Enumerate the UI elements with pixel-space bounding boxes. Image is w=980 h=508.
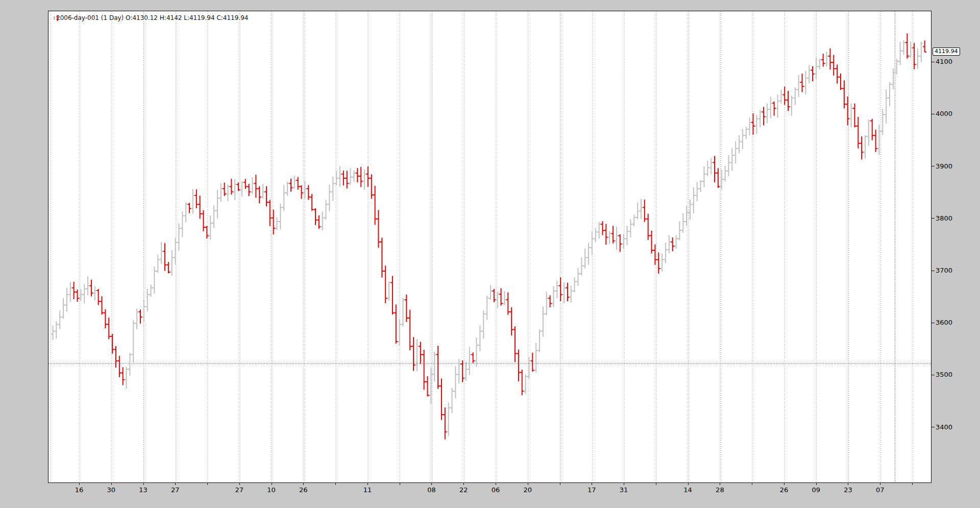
- price-axis-tick-label: 4000: [936, 110, 952, 117]
- time-axis-tick: [239, 483, 240, 485]
- time-axis-tick: [175, 483, 176, 485]
- time-axis-tick: [303, 483, 304, 485]
- time-axis-tick: [431, 483, 432, 485]
- time-axis-tick-label: 30: [101, 486, 121, 494]
- price-axis-tick-label: 3900: [936, 163, 952, 170]
- time-axis-tick: [528, 483, 528, 485]
- price-axis-tick-label: 3700: [936, 267, 952, 274]
- price-axis-tick-label: 3800: [936, 215, 952, 222]
- price-axis-tick: [932, 114, 935, 114]
- time-axis-tick: [368, 483, 368, 485]
- chart-plot-area[interactable]: 2006-day-001 (1 Day) O:4130.12 H:4142 L:…: [48, 11, 932, 483]
- chart-title-text: 2006-day-001 (1 Day) O:4130.12 H:4142 L:…: [56, 14, 248, 21]
- price-axis-tick-label: 3600: [936, 319, 952, 326]
- time-axis-tick: [816, 483, 817, 485]
- last-price-label: 4119.94: [933, 47, 960, 56]
- time-axis-tick-label: 27: [229, 486, 250, 494]
- time-axis-tick: [143, 483, 144, 485]
- price-axis-tick-label: 3400: [936, 424, 952, 431]
- time-axis-tick: [784, 483, 785, 485]
- price-axis-tick-label: 4100: [936, 58, 952, 65]
- time-axis-tick-label: 26: [293, 486, 313, 494]
- chart-title: 2006-day-001 (1 Day) O:4130.12 H:4142 L:…: [53, 14, 248, 21]
- price-axis-tick: [932, 427, 935, 427]
- price-axis-tick: [932, 323, 935, 323]
- time-axis-tick-label: 09: [806, 486, 826, 494]
- time-axis-tick-label: 16: [69, 486, 89, 494]
- price-axis-tick: [932, 271, 935, 271]
- time-axis-tick: [496, 483, 496, 485]
- time-axis-tick: [560, 483, 560, 485]
- time-axis-tick-label: 11: [357, 486, 378, 494]
- time-axis-tick-label: 28: [709, 486, 730, 494]
- time-axis-tick: [880, 483, 880, 485]
- time-axis-tick-label: 17: [581, 486, 602, 494]
- time-axis-tick-label: 31: [614, 486, 634, 494]
- time-axis-tick-label: 14: [678, 486, 698, 494]
- time-axis-tick-label: 08: [421, 486, 442, 494]
- time-axis-tick: [656, 483, 656, 485]
- time-axis-tick-label: 13: [133, 486, 154, 494]
- time-axis-tick-label: 23: [838, 486, 858, 494]
- chart-window: 2006-day-001 (1 Day) O:4130.12 H:4142 L:…: [0, 0, 980, 508]
- time-axis-tick-label: 06: [485, 486, 506, 494]
- time-axis-tick: [272, 483, 272, 485]
- time-axis-tick: [592, 483, 592, 485]
- time-axis-tick: [111, 483, 112, 485]
- price-axis-tick: [932, 166, 935, 166]
- time-axis-tick-label: 20: [518, 486, 538, 494]
- time-axis-tick-label: 22: [453, 486, 474, 494]
- price-axis-tick-label: 3500: [936, 371, 952, 378]
- time-axis-tick: [752, 483, 752, 485]
- time-axis-tick: [79, 483, 80, 485]
- time-axis-tick-label: 27: [165, 486, 185, 494]
- price-axis-tick: [932, 62, 935, 62]
- time-axis-tick: [463, 483, 464, 485]
- time-axis-tick-label: 26: [774, 486, 794, 494]
- time-axis-tick: [207, 483, 208, 485]
- gridlines-group: [51, 11, 913, 482]
- price-axis-tick: [932, 375, 935, 375]
- time-axis-tick: [688, 483, 689, 485]
- time-axis-tick: [848, 483, 848, 485]
- time-axis-tick: [400, 483, 400, 485]
- ohlc-chart-canvas: [48, 11, 931, 482]
- time-axis-tick-label: 07: [870, 486, 890, 494]
- time-axis-tick: [912, 483, 913, 485]
- time-axis-tick: [624, 483, 624, 485]
- time-axis-tick: [720, 483, 720, 485]
- time-axis-tick: [335, 483, 336, 485]
- ohlc-bars-group: [51, 33, 926, 439]
- price-axis-tick: [932, 218, 935, 219]
- time-axis-tick-label: 10: [261, 486, 282, 494]
